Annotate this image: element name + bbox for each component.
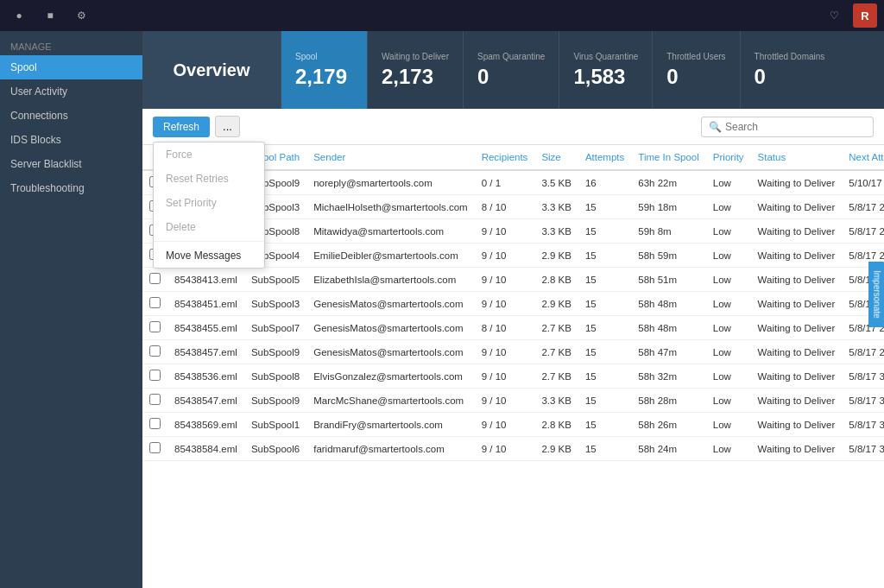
row-size: 2.8 KB [534, 413, 578, 437]
dropdown-move-messages[interactable]: Move Messages [154, 243, 264, 268]
more-button[interactable]: ... [215, 116, 240, 137]
row-sender: EmilieDeibler@smartertools.com [306, 243, 474, 268]
notifications-icon[interactable]: ♡ [822, 3, 846, 28]
row-priority: Low [706, 243, 751, 268]
row-attempts: 15 [578, 340, 631, 364]
row-checkbox[interactable] [142, 340, 167, 364]
col-sender[interactable]: Sender [306, 145, 474, 170]
col-attempts[interactable]: Attempts [578, 145, 631, 170]
row-priority: Low [706, 364, 751, 389]
row-checkbox[interactable] [142, 268, 167, 292]
stat-virus-label: Virus Quarantine [573, 52, 638, 61]
row-sender: ElvisGonzalez@smartertools.com [306, 364, 474, 389]
row-size: 2.9 KB [534, 292, 578, 316]
col-time-in-spool[interactable]: Time In Spool [631, 145, 706, 170]
row-recipients: 9 / 10 [475, 268, 535, 292]
row-recipients: 8 / 10 [475, 195, 535, 219]
row-status: Waiting to Deliver [751, 219, 843, 243]
col-next-attempt[interactable]: Next Attempt [842, 145, 884, 170]
row-priority: Low [706, 437, 751, 461]
dropdown-reset-retries[interactable]: Reset Retries [154, 167, 264, 191]
stat-virus-value: 1,583 [573, 65, 638, 89]
row-next-attempt: 5/8/17 3:20 PM [842, 389, 884, 413]
stat-waiting[interactable]: Waiting to Deliver 2,173 [367, 31, 463, 109]
row-size: 2.7 KB [534, 316, 578, 340]
sidebar-item-ids-blocks[interactable]: IDS Blocks [0, 128, 142, 152]
row-spool-path: SubSpool7 [244, 316, 306, 340]
user-avatar[interactable]: R [853, 3, 877, 28]
row-checkbox[interactable] [142, 292, 167, 316]
sidebar: Manage Spool User Activity Connections I… [0, 31, 142, 588]
search-input[interactable] [725, 121, 866, 133]
stat-spool[interactable]: Spool 2,179 [281, 31, 367, 109]
row-status: Waiting to Deliver [751, 170, 843, 195]
row-attempts: 16 [578, 170, 631, 195]
search-icon: 🔍 [709, 121, 722, 133]
row-priority: Low [706, 292, 751, 316]
row-time-in-spool: 59h 18m [631, 195, 706, 219]
dropdown-divider [154, 241, 264, 242]
dropdown-set-priority[interactable]: Set Priority [154, 191, 264, 215]
col-recipients[interactable]: Recipients [475, 145, 535, 170]
sidebar-manage-label: Manage [0, 35, 142, 55]
sidebar-item-user-activity[interactable]: User Activity [0, 79, 142, 104]
sidebar-item-spool[interactable]: Spool [0, 55, 142, 79]
sidebar-item-troubleshooting[interactable]: Troubleshooting [0, 176, 142, 200]
row-size: 2.9 KB [534, 243, 578, 268]
row-sender: GenesisMatos@smartertools.com [306, 340, 474, 364]
row-recipients: 0 / 1 [475, 170, 535, 195]
row-status: Waiting to Deliver [751, 316, 843, 340]
row-priority: Low [706, 316, 751, 340]
stat-spam-label: Spam Quarantine [477, 52, 545, 61]
col-status[interactable]: Status [751, 145, 843, 170]
chart-icon[interactable]: ■ [38, 3, 62, 28]
row-size: 2.8 KB [534, 268, 578, 292]
row-spool-path: SubSpool3 [244, 292, 306, 316]
row-size: 2.9 KB [534, 437, 578, 461]
row-time-in-spool: 58h 47m [631, 340, 706, 364]
settings-icon[interactable]: ⚙ [69, 3, 93, 28]
row-attempts: 15 [578, 292, 631, 316]
stat-throttled-domains[interactable]: Throttled Domains 0 [740, 31, 839, 109]
row-checkbox[interactable] [142, 413, 167, 437]
dropdown-menu: Force Reset Retries Set Priority Delete … [153, 142, 265, 269]
row-checkbox[interactable] [142, 316, 167, 340]
row-spool-path: SubSpool1 [244, 413, 306, 437]
row-attempts: 15 [578, 316, 631, 340]
row-status: Waiting to Deliver [751, 340, 843, 364]
stat-spool-label: Spool [295, 52, 353, 61]
col-size[interactable]: Size [534, 145, 578, 170]
col-priority[interactable]: Priority [706, 145, 751, 170]
row-checkbox[interactable] [142, 437, 167, 461]
row-time-in-spool: 58h 28m [631, 389, 706, 413]
row-priority: Low [706, 340, 751, 364]
row-status: Waiting to Deliver [751, 413, 843, 437]
sidebar-item-server-blacklist[interactable]: Server Blacklist [0, 152, 142, 176]
sidebar-item-connections[interactable]: Connections [0, 104, 142, 128]
row-checkbox[interactable] [142, 364, 167, 389]
row-time-in-spool: 58h 32m [631, 364, 706, 389]
row-status: Waiting to Deliver [751, 389, 843, 413]
row-priority: Low [706, 413, 751, 437]
dropdown-force[interactable]: Force [154, 142, 264, 167]
row-sender: ElizabethIsla@smartertools.com [306, 268, 474, 292]
row-spool-path: SubSpool6 [244, 437, 306, 461]
stat-waiting-label: Waiting to Deliver [382, 52, 449, 61]
row-time-in-spool: 58h 48m [631, 316, 706, 340]
dropdown-delete[interactable]: Delete [154, 215, 264, 239]
row-priority: Low [706, 219, 751, 243]
row-recipients: 9 / 10 [475, 292, 535, 316]
row-time-in-spool: 58h 59m [631, 243, 706, 268]
globe-icon[interactable]: ● [7, 3, 31, 28]
stat-throttled-domains-label: Throttled Domains [755, 52, 825, 61]
stat-spam[interactable]: Spam Quarantine 0 [463, 31, 559, 109]
stat-throttled-users[interactable]: Throttled Users 0 [652, 31, 739, 109]
row-next-attempt: 5/8/17 2:44 PM [842, 219, 884, 243]
row-size: 3.3 KB [534, 195, 578, 219]
row-checkbox[interactable] [142, 389, 167, 413]
row-status: Waiting to Deliver [751, 437, 843, 461]
stat-throttled-users-label: Throttled Users [666, 52, 725, 61]
refresh-button[interactable]: Refresh [153, 117, 210, 137]
stat-virus[interactable]: Virus Quarantine 1,583 [559, 31, 652, 109]
impersonate-tab[interactable]: Impersonate [869, 262, 884, 327]
